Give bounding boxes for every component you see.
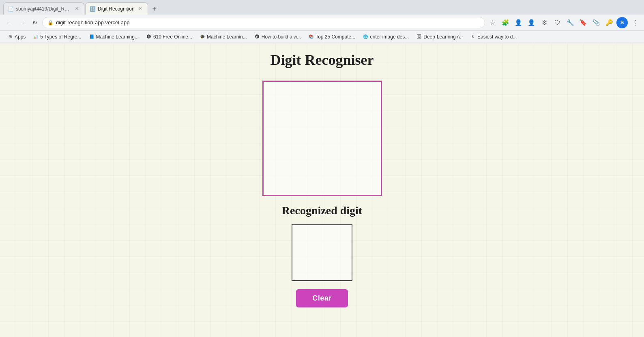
extension-icon-3[interactable]: 🔧 [565, 17, 576, 28]
tab-close-2[interactable]: ✕ [137, 6, 144, 12]
drawing-canvas[interactable] [262, 81, 382, 196]
bookmark-apps[interactable]: ⊞ Apps [4, 32, 29, 42]
menu-dots-button[interactable]: ⋮ [629, 17, 641, 28]
new-tab-button[interactable]: + [149, 3, 160, 15]
extension-puzzle-icon[interactable]: 🧩 [500, 17, 511, 28]
bookmark-favicon-7: 📚 [308, 34, 314, 40]
bookmarks-bar: ⊞ Apps 📊 5 Types of Regre... 📘 Machine L… [0, 31, 644, 43]
forward-button[interactable]: → [16, 17, 28, 28]
extension-icon-6[interactable]: 🔑 [603, 17, 615, 28]
bookmark-label-9: Deep-Learning A:: [423, 34, 463, 40]
tab-inactive[interactable]: 📄 soumyajit4419/Digit_Recog ✕ [3, 2, 84, 15]
bookmark-10[interactable]: k Easiest way to d... [467, 32, 520, 42]
bookmark-label-3: Machine Learning... [96, 34, 139, 40]
bookmark-5[interactable]: 🎓 Machine Learnin... [196, 32, 250, 42]
tab-title-1: soumyajit4419/Digit_Recog [16, 6, 71, 12]
clear-button[interactable]: Clear [296, 289, 348, 307]
bookmark-favicon-3: 📘 [89, 34, 94, 40]
tab-bar: 📄 soumyajit4419/Digit_Recog ✕ 🔢 Digit Re… [0, 0, 644, 15]
profile-avatar[interactable]: S [616, 17, 628, 28]
bookmark-favicon-2: 📊 [33, 34, 39, 40]
reload-button[interactable]: ↻ [29, 17, 41, 28]
bookmark-favicon-8: 🌐 [363, 34, 368, 40]
bookmark-how-to-build[interactable]: 🅐 How to build a w... [251, 32, 304, 42]
bookmark-apps-label: Apps [15, 34, 26, 40]
user-avatar-2[interactable]: 👤 [526, 17, 537, 28]
extension-icon-4[interactable]: 🔖 [577, 17, 589, 28]
bookmark-label-8: enter image des... [370, 34, 409, 40]
bookmark-4[interactable]: 🅐 610 Free Online... [143, 32, 195, 42]
tab-active[interactable]: 🔢 Digit Recognition ✕ [85, 2, 148, 15]
page-content: Digit Recogniser Recognized digit Clear [0, 43, 644, 337]
bookmark-2[interactable]: 📊 5 Types of Regre... [30, 32, 84, 42]
bookmark-7[interactable]: 📚 Top 25 Compute... [305, 32, 358, 42]
bookmark-favicon-5: 🎓 [200, 34, 205, 40]
toolbar-icons: ☆ 🧩 👤 👤 ⚙ 🛡 🔧 🔖 📎 🔑 S ⋮ [487, 17, 641, 28]
apps-favicon: ⊞ [7, 34, 13, 40]
shield-icon[interactable]: 🛡 [552, 17, 563, 28]
bookmark-favicon-6: 🅐 [254, 34, 260, 40]
bookmark-favicon-10: k [470, 34, 476, 40]
extension-icon-5[interactable]: 📎 [590, 17, 602, 28]
address-text: digit-recognition-app.vercel.app [56, 19, 480, 26]
bookmark-label-10: Easiest way to d... [477, 34, 517, 40]
bookmark-label-7: Top 25 Compute... [316, 34, 355, 40]
back-button[interactable]: ← [3, 17, 15, 28]
tab-favicon-2: 🔢 [90, 6, 95, 12]
bookmark-favicon-4: 🅐 [146, 34, 152, 40]
tab-favicon-1: 📄 [8, 6, 13, 12]
digit-display [292, 224, 352, 281]
settings-gear-icon[interactable]: ⚙ [539, 17, 550, 28]
browser-chrome: 📄 soumyajit4419/Digit_Recog ✕ 🔢 Digit Re… [0, 0, 644, 43]
bookmark-8[interactable]: 🌐 enter image des... [359, 32, 412, 42]
toolbar: ← → ↻ 🔒 digit-recognition-app.vercel.app… [0, 15, 644, 31]
lock-icon: 🔒 [47, 20, 54, 26]
page-title: Digit Recogniser [270, 51, 374, 68]
tab-title-2: Digit Recognition [98, 6, 135, 12]
user-avatar-1[interactable]: 👤 [513, 17, 524, 28]
bookmark-favicon-9: 🅂 [416, 34, 422, 40]
bookmark-star-button[interactable]: ☆ [487, 17, 498, 28]
recognized-digit-label: Recognized digit [282, 204, 362, 217]
bookmark-label-5: Machine Learnin... [207, 34, 247, 40]
bookmark-3[interactable]: 📘 Machine Learning... [86, 32, 142, 42]
tab-close-1[interactable]: ✕ [73, 6, 80, 12]
bookmark-label-6: How to build a w... [262, 34, 301, 40]
address-bar[interactable]: 🔒 digit-recognition-app.vercel.app [42, 17, 485, 28]
bookmark-9[interactable]: 🅂 Deep-Learning A:: [413, 32, 466, 42]
bookmark-label-4: 610 Free Online... [153, 34, 192, 40]
bookmark-label-2: 5 Types of Regre... [40, 34, 81, 40]
